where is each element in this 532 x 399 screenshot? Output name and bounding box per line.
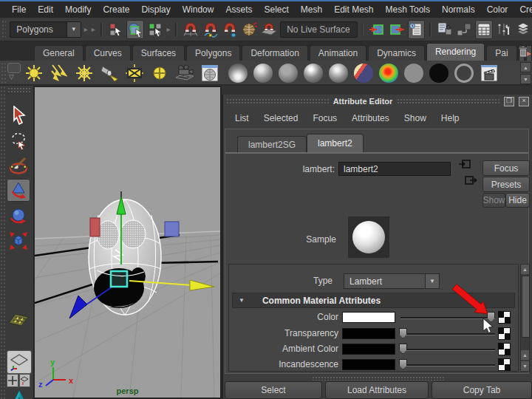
viewport-canvas[interactable]: y x z (35, 87, 220, 398)
anisotropic-material-shelf-button[interactable] (228, 63, 248, 83)
head-model[interactable] (89, 200, 161, 315)
menuset-dropdown[interactable]: Polygons ▼ (10, 21, 81, 38)
scale-tool[interactable] (7, 229, 30, 252)
color-texture-map-button[interactable] (498, 311, 511, 324)
render-view-shelf-button[interactable] (200, 63, 220, 83)
presets-button[interactable]: Presets (482, 177, 530, 192)
construction-history-button[interactable] (408, 20, 426, 39)
four-pane-layout-button[interactable] (7, 374, 18, 387)
ramp-shader-shelf-button[interactable] (353, 63, 374, 83)
live-surface-field[interactable]: No Live Surface (280, 21, 357, 38)
paint-select-tool[interactable] (7, 154, 30, 177)
select-tool[interactable] (7, 103, 30, 126)
focus-button[interactable]: Focus (482, 160, 530, 176)
menu-window[interactable]: Window (177, 4, 220, 15)
scrollbar-up-button[interactable]: ▲ (521, 265, 529, 274)
transparency-texture-map-button[interactable] (498, 327, 511, 340)
menu-modify[interactable]: Modify (59, 4, 97, 15)
shelf-scroll-down-button[interactable]: ▼ (520, 74, 531, 84)
ambient-color-texture-map-button[interactable] (498, 343, 511, 355)
incandescence-swatch[interactable] (342, 359, 395, 370)
statusline-grip[interactable] (1, 20, 6, 39)
manipulator-x-arrow[interactable] (190, 280, 214, 290)
shelf-tab-rendering[interactable]: Rendering (426, 43, 485, 61)
snap-to-curves-button[interactable] (202, 20, 219, 39)
snap-to-grid-button[interactable] (182, 20, 200, 39)
select-hierarchy-button[interactable] (107, 20, 125, 39)
close-icon[interactable]: × (519, 97, 529, 106)
ae-menu-focus[interactable]: Focus (305, 113, 344, 123)
menu-edit[interactable]: Edit (32, 4, 59, 15)
menu-select[interactable]: Select (258, 4, 294, 15)
shelf-tab-curves[interactable]: Curves (85, 45, 131, 61)
toolbox-top-grip[interactable] (7, 87, 31, 93)
shading-map-shelf-button[interactable] (378, 63, 399, 83)
output-connection-button[interactable] (464, 174, 477, 187)
shelf-scroll-up-button[interactable]: ▲ (520, 62, 531, 72)
scrollbar-down-button[interactable]: ▼ (521, 361, 529, 371)
material-type-dropdown[interactable]: Lambert ▼ (344, 273, 440, 289)
incandescence-slider-track[interactable] (400, 364, 495, 366)
point-light-shelf-button[interactable] (74, 63, 95, 83)
collapse-arrow-icon[interactable]: ▼ (239, 297, 245, 304)
toolbox-grip[interactable] (0, 86, 6, 399)
shelf-tab-polygons[interactable]: Polygons (186, 45, 240, 61)
tab-lambert2sg[interactable]: lambert2SG (237, 136, 307, 153)
ae-menu-selected[interactable]: Selected (256, 113, 306, 123)
phonge-material-shelf-button[interactable] (328, 63, 349, 83)
menu-edit-mesh[interactable]: Edit Mesh (328, 4, 379, 15)
hide-button[interactable]: Hide (505, 193, 530, 208)
load-attributes-button[interactable]: Load Attributes (325, 381, 429, 399)
shelf-popup-button[interactable] (7, 63, 21, 73)
surface-shader-shelf-button[interactable] (403, 63, 424, 83)
manipulator-z-arrow[interactable] (69, 296, 87, 318)
color-swatch[interactable] (342, 312, 395, 323)
scrollbar-up2-button[interactable]: ▲ (521, 350, 529, 360)
shelf-tab-general[interactable]: General (34, 45, 83, 61)
make-live-button[interactable] (261, 20, 279, 39)
ae-menu-list[interactable]: List (228, 113, 256, 123)
panel-resize-grip[interactable] (312, 376, 445, 381)
move-tool[interactable] (7, 179, 30, 202)
shelf-tab-surfaces[interactable]: Surfaces (132, 45, 185, 61)
select-component-button[interactable] (146, 20, 164, 39)
select-object-button[interactable] (126, 20, 144, 39)
playblast-shelf-button[interactable] (479, 63, 499, 83)
menu-create[interactable]: Create (97, 4, 135, 15)
menu-mesh-tools[interactable]: Mesh Tools (380, 4, 436, 15)
ambient-color-slider-handle[interactable] (399, 344, 407, 354)
incandescence-texture-map-button[interactable] (498, 358, 511, 371)
color-slider-handle[interactable] (487, 312, 495, 322)
directional-light-shelf-button[interactable] (49, 63, 69, 83)
shelf-tab-deformation[interactable]: Deformation (242, 45, 307, 61)
ae-menu-show[interactable]: Show (397, 113, 434, 123)
select-footer-button[interactable]: Select (225, 381, 322, 399)
incandescence-slider-handle[interactable] (399, 359, 407, 369)
use-background-shelf-button[interactable] (429, 63, 449, 83)
attribute-editor-toggle-button[interactable] (475, 20, 493, 39)
manipulator-center-handle[interactable] (111, 271, 127, 287)
lambert-material-shelf-button[interactable] (278, 63, 299, 83)
ae-menu-help[interactable]: Help (434, 113, 467, 123)
scrollbar-thumb[interactable] (522, 276, 530, 338)
blinn-material-shelf-button[interactable] (253, 63, 273, 83)
layered-shader-shelf-button[interactable] (454, 63, 474, 83)
ambient-color-swatch[interactable] (342, 344, 395, 355)
tab-lambert2[interactable]: lambert2 (307, 134, 364, 153)
common-material-attributes-header[interactable]: ▼ Common Material Attributes (232, 293, 515, 308)
persp-outliner-layout-button[interactable] (19, 374, 31, 387)
menu-mesh[interactable]: Mesh (295, 4, 328, 15)
lasso-tool[interactable] (7, 129, 30, 151)
rotate-tool[interactable] (7, 204, 30, 227)
shelf-tab-dynamics[interactable]: Dynamics (368, 45, 425, 61)
shelf-grip[interactable] (1, 62, 6, 84)
area-light-shelf-button[interactable] (124, 63, 145, 83)
perspective-viewport[interactable]: y x z persp (33, 86, 222, 399)
material-sample-swatch[interactable] (348, 216, 389, 258)
transparency-slider-handle[interactable] (399, 328, 407, 338)
channel-box-button[interactable] (514, 20, 532, 39)
red-face-handle[interactable] (90, 218, 100, 236)
trash-button[interactable] (516, 44, 530, 59)
input-connections-button[interactable] (368, 20, 386, 39)
phong-material-shelf-button[interactable] (303, 63, 324, 83)
